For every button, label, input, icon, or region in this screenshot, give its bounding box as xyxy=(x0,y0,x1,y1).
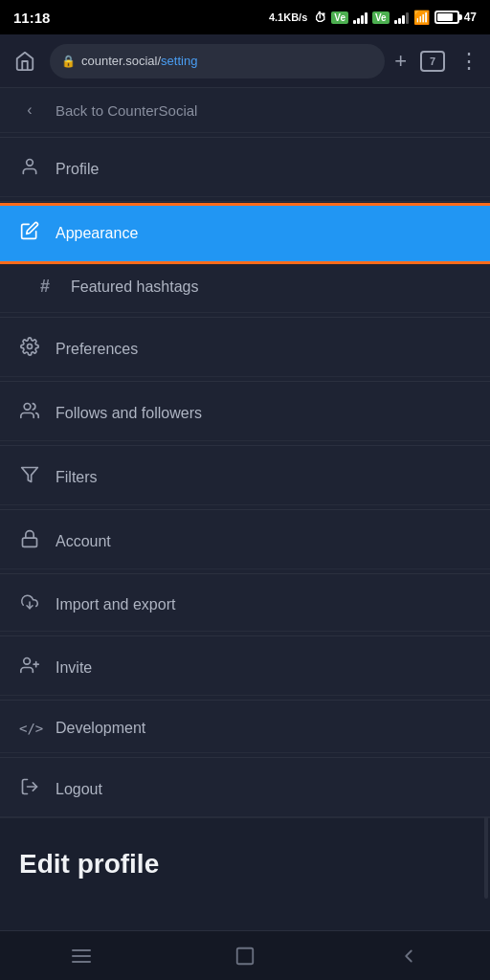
svg-point-0 xyxy=(27,160,33,167)
home-button[interactable] xyxy=(10,46,40,77)
follows-icon xyxy=(19,401,40,425)
divider-1 xyxy=(0,137,490,138)
svg-marker-3 xyxy=(22,468,38,482)
signal-ve2-icon: Ve xyxy=(372,11,390,24)
profile-icon xyxy=(19,157,40,181)
network-speed: 4.1KB/s xyxy=(269,11,307,23)
nav-menu-button[interactable] xyxy=(53,937,110,975)
sidebar-item-featured-hashtags[interactable]: # Featured hashtags xyxy=(0,261,490,313)
sidebar-item-logout[interactable]: Logout xyxy=(0,762,490,817)
sidebar-item-invite[interactable]: Invite xyxy=(0,640,490,696)
invite-icon xyxy=(19,656,40,679)
wifi-icon: 📶 xyxy=(413,10,430,25)
browser-menu-button[interactable]: ⋮ xyxy=(458,49,480,74)
tab-count-button[interactable]: 7 xyxy=(420,51,445,72)
status-time: 11:18 xyxy=(13,10,50,26)
status-bar: 11:18 4.1KB/s ⏱ Ve Ve 📶 47 xyxy=(0,0,490,34)
invite-label: Invite xyxy=(56,659,92,677)
sidebar-item-back[interactable]: ‹ Back to CounterSocial xyxy=(0,88,490,133)
signal-ve1-icon: Ve xyxy=(331,11,348,24)
appearance-label: Appearance xyxy=(56,225,138,242)
bottom-navigation xyxy=(0,930,490,980)
url-static: counter.social/ xyxy=(81,54,161,68)
url-text: counter.social/setting xyxy=(81,54,197,68)
battery-level: 47 xyxy=(464,11,477,24)
signal-bars-1 xyxy=(353,11,368,24)
edit-profile-title: Edit profile xyxy=(19,849,471,880)
back-label: Back to CounterSocial xyxy=(56,102,197,119)
browser-bar: 🔒 counter.social/setting + 7 ⋮ xyxy=(0,34,490,88)
featured-hashtags-label: Featured hashtags xyxy=(71,278,198,296)
sidebar-item-import-export[interactable]: Import and export xyxy=(0,578,490,632)
lock-icon xyxy=(19,529,40,553)
filters-label: Filters xyxy=(56,469,98,486)
preferences-label: Preferences xyxy=(56,341,138,358)
divider-5 xyxy=(0,445,490,446)
svg-rect-13 xyxy=(237,947,254,964)
code-icon: </> xyxy=(19,721,40,736)
svg-point-6 xyxy=(24,658,31,665)
url-bar[interactable]: 🔒 counter.social/setting xyxy=(50,44,385,78)
status-icons: 4.1KB/s ⏱ Ve Ve 📶 47 xyxy=(269,10,477,25)
svg-point-2 xyxy=(24,404,31,411)
sidebar-item-follows-followers[interactable]: Follows and followers xyxy=(0,386,490,441)
sidebar-item-profile[interactable]: Profile xyxy=(0,142,490,197)
svg-rect-4 xyxy=(23,538,37,546)
pencil-icon xyxy=(19,221,40,245)
account-label: Account xyxy=(56,533,111,550)
url-highlight: setting xyxy=(161,54,197,68)
divider-8 xyxy=(0,635,490,636)
import-export-label: Import and export xyxy=(56,596,175,613)
hashtag-icon: # xyxy=(34,277,56,297)
divider-6 xyxy=(0,509,490,510)
sidebar-item-account[interactable]: Account xyxy=(0,514,490,569)
svg-point-1 xyxy=(28,345,33,349)
divider-7 xyxy=(0,573,490,574)
sidebar: ‹ Back to CounterSocial Profile xyxy=(0,88,490,899)
browser-actions: + 7 ⋮ xyxy=(394,49,480,74)
lock-icon: 🔒 xyxy=(61,55,76,68)
signal-bars-2 xyxy=(394,11,409,24)
divider-9 xyxy=(0,700,490,701)
nav-home-button[interactable] xyxy=(216,937,274,975)
clock-icon: ⏱ xyxy=(314,11,326,25)
divider-3 xyxy=(0,317,490,318)
gear-icon xyxy=(19,337,40,361)
divider-2 xyxy=(0,201,490,202)
cloud-icon xyxy=(19,593,40,615)
divider-4 xyxy=(0,381,490,382)
development-label: Development xyxy=(56,720,145,737)
sidebar-item-filters[interactable]: Filters xyxy=(0,450,490,505)
nav-back-button[interactable] xyxy=(380,937,437,975)
battery-icon xyxy=(434,11,459,24)
sidebar-menu: ‹ Back to CounterSocial Profile xyxy=(0,88,490,817)
sidebar-item-development[interactable]: </> Development xyxy=(0,704,490,753)
sidebar-item-preferences[interactable]: Preferences xyxy=(0,322,490,377)
filter-icon xyxy=(19,465,40,489)
logout-label: Logout xyxy=(56,781,102,798)
sidebar-item-appearance[interactable]: Appearance xyxy=(0,206,490,261)
follows-followers-label: Follows and followers xyxy=(56,405,202,422)
logout-icon xyxy=(19,777,40,801)
divider-10 xyxy=(0,757,490,758)
chevron-left-icon: ‹ xyxy=(19,101,40,119)
profile-label: Profile xyxy=(56,161,99,178)
add-tab-button[interactable]: + xyxy=(394,49,407,74)
edit-profile-section: Edit profile xyxy=(0,817,490,899)
